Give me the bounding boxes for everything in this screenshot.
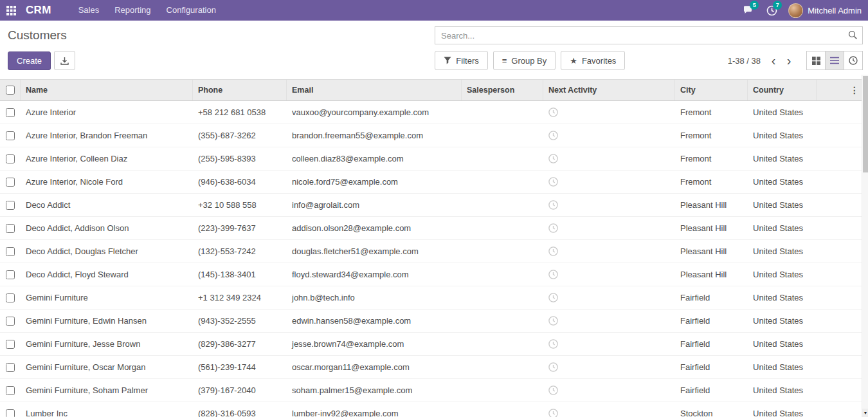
activities-button[interactable]: 7 (760, 0, 783, 21)
user-avatar (788, 3, 803, 18)
cell-salesperson (462, 263, 543, 286)
cell-country: United States (748, 194, 817, 216)
column-header-phone[interactable]: Phone (193, 80, 287, 100)
pager-range: 1-38 / 38 (728, 56, 761, 66)
table-row[interactable]: Deco Addict, Addison Olson (223)-399-763… (0, 217, 868, 240)
row-checkbox[interactable] (6, 247, 15, 256)
table-row[interactable]: Deco Addict +32 10 588 558 info@agrolait… (0, 194, 868, 217)
schedule-activity-clock-icon[interactable] (548, 154, 558, 163)
cell-city: Fairfield (675, 333, 748, 355)
optional-columns-icon[interactable]: ⋮ (850, 85, 863, 95)
column-header-name[interactable]: Name (21, 80, 193, 100)
kanban-view-button[interactable] (806, 51, 826, 70)
column-header-country[interactable]: Country (748, 80, 817, 100)
row-checkbox[interactable] (6, 108, 15, 117)
schedule-activity-clock-icon[interactable] (548, 385, 558, 395)
cell-next-activity (543, 310, 675, 332)
cell-city: Fremont (675, 147, 748, 170)
favorites-button[interactable]: ★ Favorites (561, 51, 625, 70)
list-view-button[interactable] (825, 51, 844, 70)
select-all-checkbox[interactable] (6, 86, 15, 95)
schedule-activity-clock-icon[interactable] (548, 131, 558, 140)
view-switcher (807, 51, 863, 70)
schedule-activity-clock-icon[interactable] (548, 339, 558, 349)
pager-previous-button[interactable]: ‹ (766, 54, 781, 67)
scroll-down-arrow[interactable]: ▼ (862, 409, 868, 417)
row-checkbox[interactable] (6, 409, 15, 417)
cell-phone: (145)-138-3401 (193, 263, 287, 286)
messages-button[interactable]: 5 (737, 0, 760, 21)
cell-email: brandon.freeman55@example.com (287, 124, 462, 147)
menu-sales[interactable]: Sales (71, 0, 107, 21)
table-row[interactable]: Gemini Furniture, Oscar Morgan (561)-239… (0, 356, 868, 379)
search-input[interactable] (435, 26, 863, 44)
table-row[interactable]: Lumber Inc (828)-316-0593 lumber-inv92@e… (0, 402, 868, 417)
schedule-activity-clock-icon[interactable] (548, 200, 558, 210)
column-header-salesperson[interactable]: Salesperson (462, 80, 543, 100)
schedule-activity-clock-icon[interactable] (548, 246, 558, 256)
favorites-label: Favorites (582, 56, 616, 66)
schedule-activity-clock-icon[interactable] (548, 316, 558, 326)
row-checkbox[interactable] (6, 340, 15, 349)
schedule-activity-clock-icon[interactable] (548, 177, 558, 187)
column-header-email[interactable]: Email (287, 80, 462, 100)
table-row[interactable]: Gemini Furniture, Soham Palmer (379)-167… (0, 379, 868, 402)
row-checkbox[interactable] (6, 386, 15, 395)
app-title[interactable]: CRM (26, 4, 51, 17)
apps-menu-icon[interactable] (0, 0, 22, 21)
table-row[interactable]: Gemini Furniture +1 312 349 2324 john.b@… (0, 286, 868, 310)
schedule-activity-clock-icon[interactable] (548, 409, 558, 417)
menu-configuration[interactable]: Configuration (159, 0, 224, 21)
cell-city: Fairfield (675, 356, 748, 378)
cell-phone: (946)-638-6034 (193, 171, 287, 193)
table-row[interactable]: Azure Interior, Nicole Ford (946)-638-60… (0, 171, 868, 194)
row-checkbox[interactable] (6, 154, 15, 163)
cell-country: United States (748, 124, 817, 147)
schedule-activity-clock-icon[interactable] (548, 223, 558, 233)
cell-city: Fremont (675, 171, 748, 193)
pager-next-button[interactable]: › (781, 54, 797, 67)
search-icon[interactable] (848, 30, 858, 42)
cell-salesperson (462, 240, 543, 263)
row-checkbox[interactable] (6, 178, 15, 187)
table-row[interactable]: Azure Interior, Colleen Diaz (255)-595-8… (0, 147, 868, 171)
create-button[interactable]: Create (8, 51, 51, 70)
schedule-activity-clock-icon[interactable] (548, 362, 558, 372)
schedule-activity-clock-icon[interactable] (548, 107, 558, 117)
cell-email: john.b@tech.info (287, 286, 462, 309)
row-checkbox[interactable] (6, 293, 15, 302)
row-checkbox[interactable] (6, 131, 15, 140)
column-header-next-activity[interactable]: Next Activity (543, 80, 675, 100)
user-menu[interactable]: Mitchell Admin (788, 3, 862, 18)
table-row[interactable]: Gemini Furniture, Jesse Brown (829)-386-… (0, 333, 868, 356)
cell-country: United States (748, 286, 817, 309)
cell-country: United States (748, 101, 817, 124)
table-row[interactable]: Gemini Furniture, Edwin Hansen (943)-352… (0, 310, 868, 333)
row-checkbox[interactable] (6, 363, 15, 372)
export-button[interactable] (54, 51, 75, 70)
filters-button[interactable]: Filters (435, 51, 487, 70)
search-box (435, 26, 863, 44)
cell-phone: (943)-352-2555 (193, 310, 287, 332)
control-panel-buttons: Create Filters ≡ Group By ★ Favorites 1-… (0, 48, 868, 73)
group-by-button[interactable]: ≡ Group By (493, 51, 556, 70)
column-header-city[interactable]: City (675, 80, 748, 100)
vertical-scrollbar[interactable]: ▼ (862, 75, 868, 417)
table-row[interactable]: Azure Interior +58 212 681 0538 vauxoo@y… (0, 101, 868, 124)
row-checkbox[interactable] (6, 201, 15, 210)
cell-name: Gemini Furniture, Oscar Morgan (21, 356, 193, 378)
cell-name: Gemini Furniture, Edwin Hansen (21, 310, 193, 332)
row-checkbox[interactable] (6, 270, 15, 279)
activity-view-button[interactable] (844, 51, 863, 70)
row-checkbox[interactable] (6, 224, 15, 233)
table-row[interactable]: Deco Addict, Floyd Steward (145)-138-340… (0, 263, 868, 286)
schedule-activity-clock-icon[interactable] (548, 270, 558, 279)
scrollbar-thumb[interactable] (863, 76, 868, 172)
schedule-activity-clock-icon[interactable] (548, 293, 558, 302)
table-row[interactable]: Deco Addict, Douglas Fletcher (132)-553-… (0, 240, 868, 263)
row-checkbox[interactable] (6, 317, 15, 326)
table-row[interactable]: Azure Interior, Brandon Freeman (355)-68… (0, 124, 868, 147)
activity-view-icon (849, 56, 858, 65)
cell-next-activity (543, 124, 675, 147)
menu-reporting[interactable]: Reporting (107, 0, 158, 21)
